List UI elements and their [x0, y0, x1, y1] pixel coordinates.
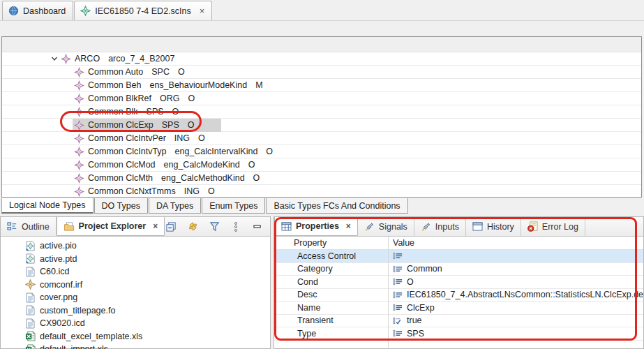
outline-icon: [7, 221, 17, 232]
plug-icon: [421, 222, 431, 232]
tree-node-name: Common Blk: [88, 107, 138, 117]
tree-row-root[interactable]: ARCOarco_7_4_B2007: [2, 52, 641, 66]
file-item[interactable]: cover.png: [1, 291, 270, 304]
tree-row[interactable]: Common ClcExpSPSO: [2, 119, 641, 132]
tree-node-name: Common Beh: [88, 80, 141, 90]
pio-file-icon: [24, 253, 36, 265]
file-item[interactable]: comconf.irf: [1, 279, 270, 292]
pio-file-icon: [24, 240, 36, 251]
error-log-icon: [527, 221, 538, 232]
view-menu-button[interactable]: [230, 221, 242, 233]
collapse-all-button[interactable]: [165, 221, 177, 233]
view-tab-label: Properties: [296, 221, 339, 231]
editor-tab-dashboard[interactable]: Dashboard: [2, 1, 73, 20]
editor-tab-label: Dashboard: [23, 6, 66, 16]
file-item[interactable]: active.ptd: [1, 253, 270, 266]
tab-signals[interactable]: Signals: [358, 217, 414, 236]
property-row[interactable]: CategoryCommon: [274, 263, 643, 276]
link-with-editor-button[interactable]: [186, 221, 199, 233]
file-item[interactable]: default_excel_template.xls: [1, 330, 270, 343]
tree-star-icon: [61, 54, 71, 64]
tree-row-label: Common Behens_BehaviourModeKindM: [88, 80, 271, 90]
property-name: Name: [274, 303, 388, 313]
tree-node-type: ORG: [160, 94, 179, 103]
filter-button[interactable]: [208, 221, 220, 233]
editor-tab-iec61850-7-4-ed2-scins[interactable]: IEC61850 7-4 ED2.scIns×: [74, 1, 212, 20]
property-row[interactable]: Transienttrue: [274, 315, 643, 328]
property-value: IEC61850_7_4.AbstractLNsCommon::Statisti…: [388, 290, 643, 299]
property-row[interactable]: Access Control: [274, 250, 643, 263]
view-menu-icon: [233, 221, 239, 232]
tab-inputs[interactable]: Inputs: [414, 217, 466, 236]
property-value: Common: [388, 264, 643, 274]
file-item[interactable]: custom_titlepage.fo: [1, 304, 270, 318]
bottom-tab-logical-node-types[interactable]: Logical Node Types: [1, 198, 93, 214]
editor-tab-bar: DashboardIEC61850 7-4 ED2.scIns×: [0, 0, 644, 21]
text-list-icon: [393, 290, 403, 299]
properties-panel: Properties×SignalsInputsHistoryError Log…: [274, 216, 644, 349]
tree-node-cond: M: [255, 80, 262, 90]
tree-node-cond: O: [188, 94, 195, 103]
bottom-tab-basic-types-fcs-and-conditions[interactable]: Basic Types FCs And Conditions: [266, 198, 407, 214]
text-list-icon: [393, 329, 403, 338]
file-item[interactable]: active.pio: [1, 239, 270, 253]
tab-properties[interactable]: Properties×: [274, 217, 358, 236]
bottom-tab-enum-types[interactable]: Enum Types: [202, 198, 265, 214]
file-item[interactable]: default_import.xls: [1, 343, 270, 349]
property-value: true: [388, 315, 643, 325]
tree-row[interactable]: Common BlkRefORGO: [2, 92, 641, 105]
property-row[interactable]: TypeSPS: [274, 327, 643, 341]
text-list-icon: [393, 303, 403, 312]
file-item[interactable]: C60.icd: [1, 265, 270, 279]
tree-node-cond: O: [266, 147, 273, 156]
close-icon[interactable]: ×: [200, 6, 205, 16]
tree-row-label: Common ClcIntvPerINGO: [88, 133, 214, 143]
plug-icon: [364, 222, 375, 232]
property-row[interactable]: DescIEC61850_7_4.AbstractLNsCommon::Stat…: [274, 289, 643, 302]
property-row[interactable]: NameClcExp: [274, 302, 643, 315]
tree-star-icon: [74, 133, 84, 144]
tree-row-label: Common AutoSPCO: [88, 67, 193, 77]
property-name: Category: [274, 264, 388, 274]
irf-file-icon: [24, 279, 36, 290]
minimize-button[interactable]: [251, 221, 264, 233]
file-item[interactable]: CX9020.icd: [1, 317, 270, 330]
close-icon[interactable]: ×: [153, 221, 158, 231]
collapse-all-icon: [165, 221, 177, 232]
tree-node-name: Common ClcIntvTyp: [88, 147, 167, 156]
tree-node-name: Common ClcIntvPer: [88, 133, 166, 143]
tab-error-log[interactable]: Error Log: [521, 217, 585, 236]
tree-row[interactable]: Common AutoSPCO: [2, 66, 641, 79]
properties-header-value-label: Value: [393, 238, 414, 248]
tree-node-type: SPS: [147, 107, 164, 117]
tree-node-type: eng_CalcIntervalKind: [175, 147, 258, 156]
properties-header-row: PropertyValue: [274, 237, 643, 250]
tree-row[interactable]: Common Behens_BehaviourModeKindM: [2, 79, 641, 92]
property-name: Cond: [274, 277, 388, 287]
tree-row[interactable]: Common BlkSPSO: [2, 105, 641, 119]
text-list-icon: [393, 251, 403, 260]
tab-outline[interactable]: Outline: [1, 217, 57, 236]
tree-row[interactable]: Common ClcModeng_CalcModeKindO: [2, 158, 641, 172]
tab-project-explorer[interactable]: Project Explorer×: [57, 217, 165, 236]
chevron-down-icon[interactable]: [50, 55, 59, 62]
tree-row[interactable]: Common ClcNxtTmmsINGO: [2, 185, 641, 198]
property-name: Access Control: [274, 251, 388, 261]
xls-file-icon: [24, 343, 36, 349]
tree-row[interactable]: Common ClcIntvPerINGO: [2, 132, 641, 145]
link-with-editor-icon: [187, 221, 199, 232]
tree-row-label: Common ClcNxtTmmsINGO: [88, 186, 223, 196]
property-row[interactable]: CondO: [274, 276, 643, 289]
tree-row-label: ARCOarco_7_4_B2007: [75, 54, 183, 64]
tree-row[interactable]: Common ClcIntvTypeng_CalcIntervalKindO: [2, 145, 641, 158]
file-name: comconf.irf: [40, 280, 82, 290]
tree-row-label: Common ClcMtheng_CalcMethodKindO: [88, 173, 268, 183]
tree-row[interactable]: Common ClcMtheng_CalcMethodKindO: [2, 172, 641, 185]
tree-row-label: Common BlkRefORGO: [88, 94, 203, 103]
close-icon[interactable]: ×: [346, 221, 351, 231]
property-row-empty: [274, 341, 643, 349]
bottom-tab-da-types[interactable]: DA Types: [149, 198, 201, 214]
tab-history[interactable]: History: [466, 217, 521, 236]
file-name: CX9020.icd: [40, 318, 85, 328]
bottom-tab-do-types[interactable]: DO Types: [94, 198, 148, 214]
